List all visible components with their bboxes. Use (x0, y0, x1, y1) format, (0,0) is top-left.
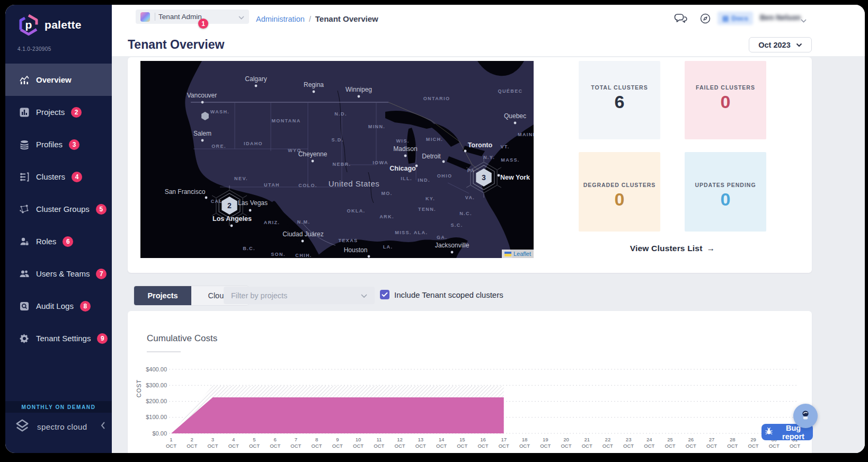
svg-text:VT.: VT. (500, 144, 509, 149)
leaflet-link[interactable]: Leaflet (513, 251, 531, 257)
stat-card-updates-pending: UPDATES PENDING0 (685, 152, 766, 232)
sidebar-item-users-teams[interactable]: Users & Teams7 (5, 257, 112, 290)
svg-text:TEXAS: TEXAS (338, 238, 358, 243)
filter-by-projects-select[interactable]: Filter by projects (224, 287, 375, 304)
svg-text:18OCT: 18OCT (519, 437, 530, 449)
roles-icon (19, 236, 30, 247)
sidebar-item-label: Tenant Settings (36, 334, 91, 343)
svg-text:12OCT: 12OCT (395, 437, 405, 449)
overview-icon (19, 75, 30, 85)
breadcrumb-administration[interactable]: Administration (256, 15, 305, 23)
svg-text:8OCT: 8OCT (312, 437, 322, 449)
profiles-icon (19, 139, 30, 150)
svg-text:Winnipeg: Winnipeg (346, 86, 372, 93)
svg-text:ALA.: ALA. (414, 230, 428, 235)
svg-text:20OCT: 20OCT (561, 437, 571, 449)
users-teams-icon (19, 269, 30, 279)
sidebar-item-label: Users & Teams (36, 269, 90, 278)
svg-text:MAINE: MAINE (518, 132, 534, 137)
bug-icon (765, 427, 773, 437)
docs-button[interactable]: ▤ Docs (718, 12, 753, 25)
sidebar-item-roles[interactable]: Roles6 (5, 225, 112, 257)
plan-badge: MONTHLY ON DEMAND (5, 401, 112, 413)
tenant-scope-dropdown[interactable]: Tenant Admin 1 (136, 10, 249, 24)
user-menu[interactable]: Ben Nelson (760, 13, 801, 22)
assistant-floating-button[interactable] (793, 404, 818, 428)
svg-text:MASS.: MASS. (501, 157, 520, 163)
svg-text:2OCT: 2OCT (187, 437, 197, 449)
map-attribution: Leaflet (502, 250, 534, 258)
svg-text:5OCT: 5OCT (249, 437, 260, 449)
brand-name: spectro cloud (37, 422, 87, 431)
sidebar-item-cluster-groups[interactable]: Cluster Groups5 (5, 193, 112, 225)
sidebar-badge: 4 (72, 172, 82, 182)
svg-text:p: p (25, 19, 32, 31)
svg-text:7OCT: 7OCT (290, 437, 301, 449)
include-tenant-scoped-label[interactable]: Include Tenant scoped clusters (394, 286, 503, 304)
svg-text:N.C.: N.C. (459, 211, 472, 216)
sidebar-item-label: Projects (36, 108, 65, 117)
stat-value: 0 (721, 92, 731, 112)
sidebar-nav: OverviewProjects2Profiles3Clusters4Clust… (5, 64, 112, 354)
svg-text:Vancouver: Vancouver (187, 92, 217, 99)
svg-text:16OCT: 16OCT (477, 437, 488, 449)
svg-text:11OCT: 11OCT (374, 437, 384, 449)
brand-row: spectro cloud (13, 416, 105, 437)
svg-text:Cheyenne: Cheyenne (298, 150, 327, 158)
sidebar-item-clusters[interactable]: Clusters4 (5, 161, 112, 193)
svg-text:Calgary: Calgary (245, 75, 267, 83)
svg-text:3OCT: 3OCT (207, 437, 218, 449)
svg-text:WASH.: WASH. (210, 109, 230, 114)
user-chevron-down-icon[interactable] (801, 15, 807, 25)
tab-projects[interactable]: Projects (134, 286, 191, 305)
stat-value: 0 (615, 189, 625, 210)
svg-text:S.C.: S.C. (450, 223, 463, 228)
svg-text:3: 3 (482, 173, 486, 182)
svg-text:ILL.: ILL. (401, 176, 412, 181)
help-compass-icon[interactable] (699, 13, 711, 24)
spectro-cloud-logo-icon (13, 416, 32, 437)
svg-text:27OCT: 27OCT (706, 437, 717, 449)
sidebar-collapse-icon[interactable] (100, 421, 105, 432)
svg-text:MONTANA: MONTANA (271, 118, 300, 123)
svg-text:$0.00: $0.00 (152, 430, 167, 437)
sidebar-item-overview[interactable]: Overview (5, 64, 112, 96)
svg-text:29OCT: 29OCT (748, 437, 759, 449)
svg-text:Las Vegas: Las Vegas (238, 199, 268, 207)
include-tenant-scoped-checkbox[interactable] (380, 290, 389, 299)
sidebar-item-label: Audit Logs (36, 301, 74, 310)
svg-text:VA.: VA. (465, 195, 475, 200)
svg-text:GA.: GA. (437, 235, 447, 240)
ukraine-flag-icon (504, 252, 511, 256)
svg-text:19OCT: 19OCT (540, 437, 551, 449)
svg-text:15OCT: 15OCT (457, 437, 467, 449)
breadcrumb: Administration / Tenant Overview (256, 5, 378, 33)
svg-text:NEBR.: NEBR. (332, 162, 351, 167)
svg-text:$200.00: $200.00 (146, 398, 167, 404)
sidebar-item-audit-logs[interactable]: Audit Logs8 (5, 290, 112, 322)
chat-icon[interactable] (674, 12, 688, 25)
svg-text:QUÉBEC: QUÉBEC (498, 88, 523, 94)
view-clusters-list-link[interactable]: View Clusters List→ (579, 244, 766, 253)
overview-panel: WASH.ORE.CAL.NEV.IDAHOMONTANAWYO.UTAHCOL… (128, 57, 812, 273)
cluster-groups-icon (19, 204, 30, 215)
svg-text:UTAH: UTAH (264, 182, 280, 188)
sidebar-item-profiles[interactable]: Profiles3 (5, 128, 112, 161)
page-title: Tenant Overview (128, 38, 224, 52)
svg-text:Ciudad Juárez: Ciudad Juárez (282, 230, 323, 238)
svg-text:WIS.: WIS. (396, 138, 409, 144)
svg-text:B.C.: B.C. (243, 246, 255, 251)
sidebar-item-projects[interactable]: Projects2 (5, 96, 112, 128)
svg-text:MICH.: MICH. (426, 137, 444, 142)
breadcrumb-current: Tenant Overview (315, 14, 378, 23)
svg-text:Toronto: Toronto (468, 141, 493, 149)
svg-text:ONTARIO: ONTARIO (423, 96, 450, 101)
svg-text:MISS.: MISS. (395, 230, 412, 235)
chevron-down-icon (238, 12, 244, 22)
sidebar-badge: 6 (63, 236, 73, 247)
period-selector[interactable]: Oct 2023 (749, 37, 812, 52)
clusters-map[interactable]: WASH.ORE.CAL.NEV.IDAHOMONTANAWYO.UTAHCOL… (140, 61, 534, 258)
chart-title: Cumulative Costs (147, 333, 217, 344)
sidebar-item-tenant-settings[interactable]: Tenant Settings9 (5, 322, 112, 354)
svg-text:CHIH.: CHIH. (295, 253, 312, 258)
